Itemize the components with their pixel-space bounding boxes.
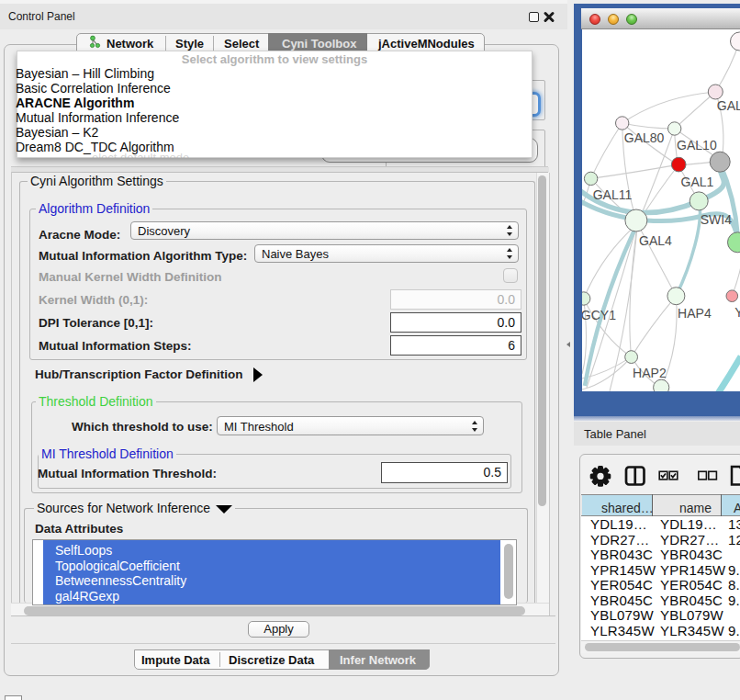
svg-text:GAL1: GAL1 (680, 175, 713, 189)
svg-text:HAP4: HAP4 (678, 306, 712, 321)
svg-text:Y: Y (734, 305, 740, 320)
svg-text:HAP2: HAP2 (633, 366, 667, 380)
svg-text:GAL4: GAL4 (639, 233, 672, 248)
svg-text:GAL80: GAL80 (623, 130, 664, 145)
svg-text:GAL11: GAL11 (592, 187, 632, 202)
svg-text:GAL10: GAL10 (677, 138, 717, 152)
svg-text:SWI4: SWI4 (700, 212, 731, 227)
svg-text:GAL: GAL (716, 98, 740, 113)
svg-text:GCY1: GCY1 (582, 308, 616, 322)
